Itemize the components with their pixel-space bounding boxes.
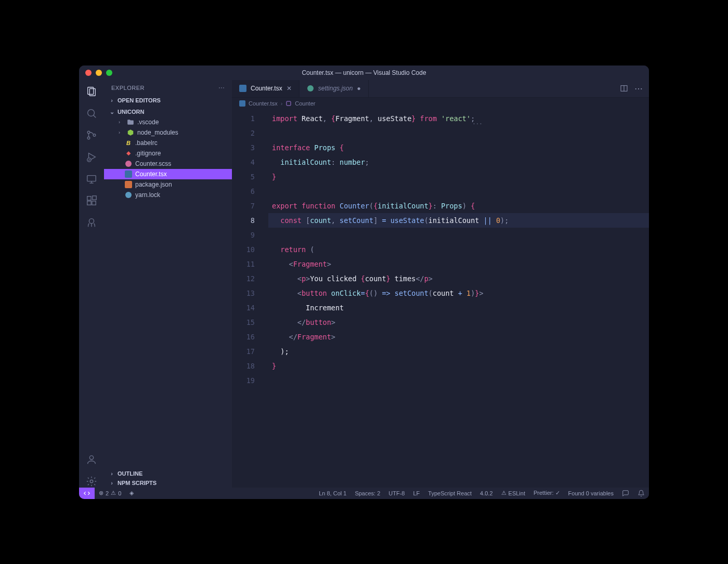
line-number[interactable]: 15: [232, 315, 255, 330]
code-line[interactable]: [268, 126, 649, 140]
tab-settings-json[interactable]: settings.json●: [300, 80, 369, 97]
tree-item-node_modules[interactable]: ›node_modules: [104, 127, 232, 138]
breadcrumb[interactable]: Counter.tsx › Counter: [232, 98, 649, 109]
tree-item-Counter-tsx[interactable]: Counter.tsx: [104, 169, 232, 179]
feedback-icon[interactable]: [618, 488, 633, 499]
tree-item--gitignore[interactable]: ◆.gitignore: [104, 148, 232, 159]
code-line[interactable]: <Fragment>: [268, 257, 649, 271]
code-line[interactable]: <p>You clicked {count} times</p>: [268, 271, 649, 286]
svg-point-6: [93, 134, 96, 136]
notifications-icon[interactable]: [633, 488, 649, 499]
project-section[interactable]: ⌄UNICORN: [104, 107, 232, 117]
account-icon[interactable]: [85, 453, 98, 466]
code-line[interactable]: interface Props {: [268, 140, 649, 155]
gitlens-icon[interactable]: [85, 216, 98, 229]
svg-point-24: [307, 85, 314, 91]
code-line[interactable]: );: [268, 344, 649, 359]
code-line[interactable]: [268, 184, 649, 199]
line-number[interactable]: 10: [232, 242, 255, 257]
tree-item--vscode[interactable]: ›.vscode: [104, 117, 232, 127]
more-actions-icon[interactable]: ⋯: [634, 84, 643, 94]
line-number[interactable]: 13: [232, 286, 255, 300]
language-mode[interactable]: TypeScript React: [424, 488, 476, 499]
remote-indicator[interactable]: [79, 488, 95, 499]
line-number[interactable]: 19: [232, 373, 255, 388]
variables-found[interactable]: Found 0 variables: [564, 488, 618, 499]
main-area: EXPLORER ⋯ ›OPEN EDITORS ⌄UNICORN ›.vsco…: [79, 80, 649, 488]
tab-Counter-tsx[interactable]: Counter.tsx✕: [232, 80, 300, 97]
extensions-icon[interactable]: [85, 194, 98, 207]
svg-rect-23: [239, 85, 246, 92]
encoding[interactable]: UTF-8: [384, 488, 409, 499]
close-window-button[interactable]: [85, 70, 92, 76]
line-number[interactable]: 9: [232, 228, 255, 242]
code-line[interactable]: return (: [268, 242, 649, 257]
svg-rect-12: [87, 196, 91, 200]
svg-rect-15: [93, 195, 96, 199]
indentation[interactable]: Spaces: 2: [350, 488, 384, 499]
code-line[interactable]: </Fragment>: [268, 330, 649, 344]
line-number[interactable]: 1: [232, 111, 255, 126]
line-number[interactable]: 7: [232, 199, 255, 213]
search-icon[interactable]: [85, 107, 98, 120]
outline-section[interactable]: ›OUTLINE: [104, 469, 232, 478]
traffic-lights: [79, 70, 112, 76]
svg-rect-13: [87, 201, 91, 204]
code-line[interactable]: const [count, setCount] = useState(initi…: [268, 213, 649, 228]
npm-scripts-section[interactable]: ›NPM SCRIPTS: [104, 478, 232, 488]
code-line[interactable]: Increment: [268, 300, 649, 315]
line-number[interactable]: 2: [232, 126, 255, 140]
window-title: Counter.tsx — unicorn — Visual Studio Co…: [302, 69, 426, 76]
svg-point-18: [90, 480, 93, 483]
line-number[interactable]: 17: [232, 344, 255, 359]
line-number[interactable]: 3: [232, 140, 255, 155]
eol[interactable]: LF: [409, 488, 424, 499]
line-number[interactable]: 18: [232, 359, 255, 373]
line-number[interactable]: 14: [232, 300, 255, 315]
debug-icon[interactable]: [85, 151, 98, 163]
source-control-icon[interactable]: [85, 129, 98, 141]
line-number[interactable]: 8: [232, 213, 255, 228]
cursor-position[interactable]: Ln 8, Col 1: [315, 488, 350, 499]
open-editors-section[interactable]: ›OPEN EDITORS: [104, 96, 232, 105]
tree-item-yarn-lock[interactable]: yarn.lock: [104, 190, 232, 200]
tree-item-package-json[interactable]: package.json: [104, 179, 232, 190]
code-line[interactable]: [268, 373, 649, 388]
maximize-window-button[interactable]: [106, 70, 112, 76]
remote-icon[interactable]: [85, 173, 98, 185]
ts-version[interactable]: 4.0.2: [476, 488, 497, 499]
problems-button[interactable]: ⊗2⚠0: [95, 488, 125, 499]
eslint-status[interactable]: ⚠ESLint: [497, 488, 529, 499]
svg-point-4: [87, 131, 90, 134]
line-number[interactable]: 12: [232, 271, 255, 286]
close-tab-icon[interactable]: ✕: [287, 85, 292, 92]
minimize-window-button[interactable]: [96, 70, 102, 76]
code-line[interactable]: }: [268, 169, 649, 184]
explorer-icon[interactable]: [85, 85, 98, 98]
settings-icon[interactable]: [85, 475, 98, 488]
scss-icon: [125, 160, 132, 167]
code-line[interactable]: }: [268, 359, 649, 373]
code-line[interactable]: initialCount: number;: [268, 155, 649, 169]
code-editor[interactable]: 12345678910111213141516171819 ... import…: [232, 109, 649, 488]
json-icon: [125, 181, 132, 188]
more-icon[interactable]: ⋯: [218, 84, 225, 91]
code-line[interactable]: export function Counter({initialCount}: …: [268, 199, 649, 213]
code-line[interactable]: <button onClick={() => setCount(count + …: [268, 286, 649, 300]
file-tree: ›.vscode›node_modulesB.babelrc◆.gitignor…: [104, 117, 232, 200]
line-number[interactable]: 6: [232, 184, 255, 199]
code-line[interactable]: [268, 228, 649, 242]
line-number[interactable]: 16: [232, 330, 255, 344]
tree-item-Counter-scss[interactable]: Counter.scss: [104, 159, 232, 169]
nodejs-icon: [127, 129, 134, 136]
line-number[interactable]: 4: [232, 155, 255, 169]
code-line[interactable]: </button>: [268, 315, 649, 330]
code-line[interactable]: import React, {Fragment, useState} from …: [268, 111, 649, 126]
prettier-status[interactable]: Prettier: ✓: [529, 488, 564, 499]
line-number[interactable]: 5: [232, 169, 255, 184]
line-number[interactable]: 11: [232, 257, 255, 271]
split-editor-icon[interactable]: [620, 84, 628, 93]
tsx-file-icon: [239, 100, 245, 107]
ports-icon[interactable]: ◈: [125, 488, 138, 499]
tree-item--babelrc[interactable]: B.babelrc: [104, 138, 232, 148]
